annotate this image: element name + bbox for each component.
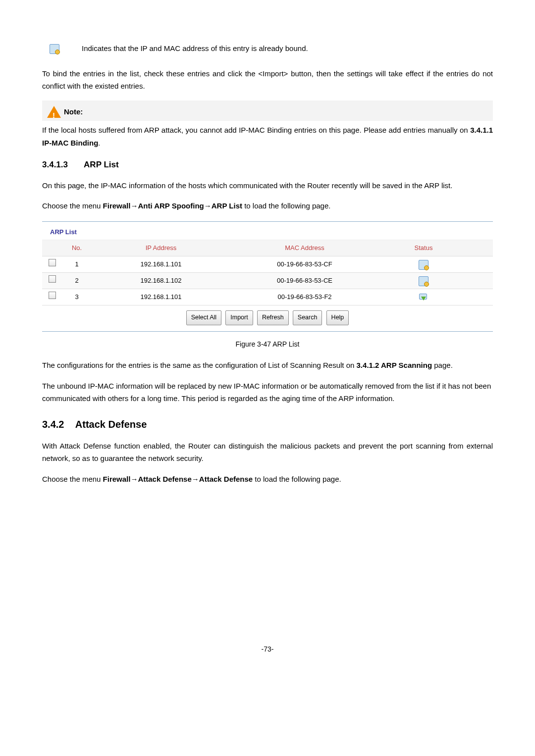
note-label: Note: bbox=[64, 105, 83, 118]
row-mac: 00-19-66-83-53-CF bbox=[230, 256, 379, 272]
bound-status-icon bbox=[419, 276, 428, 286]
note-box: Note: bbox=[42, 101, 493, 121]
row-checkbox[interactable] bbox=[49, 275, 56, 283]
import-button[interactable]: Import bbox=[225, 310, 253, 325]
attack-defense-heading: 3.4.2 Attack Defense bbox=[42, 416, 493, 433]
download-status-icon bbox=[419, 294, 428, 302]
help-button[interactable]: Help bbox=[326, 310, 349, 325]
row-mac: 00-19-66-83-53-F2 bbox=[230, 289, 379, 305]
bound-status-icon bbox=[50, 44, 59, 54]
row-checkbox[interactable] bbox=[49, 259, 56, 266]
page-number: -73- bbox=[42, 644, 493, 655]
config-same-note: The configurations for the entries is th… bbox=[42, 359, 493, 372]
search-button[interactable]: Search bbox=[293, 310, 322, 325]
row-status bbox=[379, 289, 468, 305]
arp-menu-path: Choose the menu Firewall→Anti ARP Spoofi… bbox=[42, 200, 493, 212]
note-body: If the local hosts suffered from ARP att… bbox=[42, 124, 493, 149]
figure-caption: Figure 3-47 ARP List bbox=[42, 339, 493, 351]
arp-figure-title: ARP List bbox=[42, 225, 493, 240]
bound-status-icon bbox=[419, 260, 428, 270]
refresh-button[interactable]: Refresh bbox=[257, 310, 289, 325]
warning-icon bbox=[47, 106, 61, 118]
arp-table-header: No. IP Address MAC Address Status bbox=[42, 240, 493, 256]
attack-defense-menu: Choose the menu Firewall→Attack Defense→… bbox=[42, 473, 493, 486]
table-row: 3192.168.1.10100-19-66-83-53-F2 bbox=[42, 289, 493, 305]
row-no: 2 bbox=[62, 273, 92, 289]
select-all-button[interactable]: Select All bbox=[186, 310, 221, 325]
bound-description-text: Indicates that the IP and MAC address of… bbox=[82, 42, 308, 55]
row-status bbox=[379, 273, 468, 289]
row-status bbox=[379, 256, 468, 272]
row-ip: 192.168.1.102 bbox=[92, 273, 230, 289]
row-ip: 192.168.1.101 bbox=[92, 289, 230, 305]
table-row: 2192.168.1.10200-19-66-83-53-CE bbox=[42, 273, 493, 289]
row-mac: 00-19-66-83-53-CE bbox=[230, 273, 379, 289]
arp-list-figure: ARP List No. IP Address MAC Address Stat… bbox=[42, 221, 493, 332]
arp-button-row: Select All Import Refresh Search Help bbox=[42, 305, 493, 325]
row-ip: 192.168.1.101 bbox=[92, 256, 230, 272]
row-no: 1 bbox=[62, 256, 92, 272]
arp-list-heading: 3.4.1.3 ARP List bbox=[42, 158, 493, 172]
table-row: 1192.168.1.10100-19-66-83-53-CF bbox=[42, 256, 493, 273]
arp-list-intro: On this page, the IP-MAC information of … bbox=[42, 179, 493, 192]
attack-defense-intro: With Attack Defense function enabled, th… bbox=[42, 440, 493, 465]
unbound-info-para: The unbound IP-MAC information will be r… bbox=[42, 380, 493, 405]
import-instructions: To bind the entries in the list, check t… bbox=[42, 67, 493, 93]
row-no: 3 bbox=[62, 289, 92, 305]
row-checkbox[interactable] bbox=[49, 292, 56, 299]
